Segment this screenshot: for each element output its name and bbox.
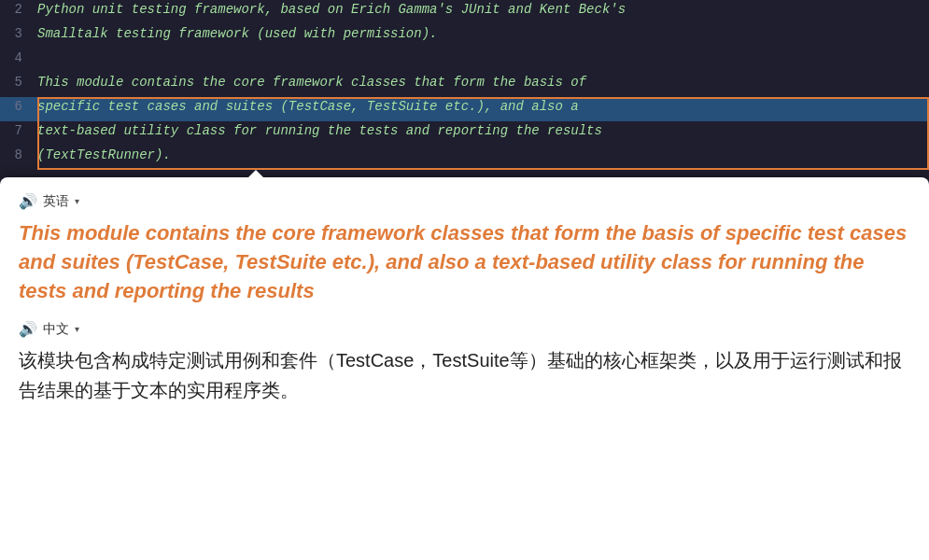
code-line-3: 3 Smalltalk testing framework (used with… (0, 24, 929, 49)
speaker-icon-target[interactable]: 🔊 (19, 320, 37, 338)
line-content-5: This module contains the core framework … (37, 73, 929, 91)
target-language-label[interactable]: 🔊 中文 ▾ (19, 320, 910, 338)
line-content-6: specific test cases and suites (TestCase… (37, 97, 929, 116)
line-number-4: 4 (0, 49, 37, 65)
code-line-7: 7 text-based utility class for running t… (0, 121, 929, 146)
target-lang-text: 中文 (43, 321, 69, 338)
speaker-icon-source[interactable]: 🔊 (19, 192, 37, 210)
code-line-6: 6 specific test cases and suites (TestCa… (0, 97, 929, 121)
tooltip-content: 🔊 英语 ▾ This module contains the core fra… (0, 177, 929, 416)
source-lang-text: 英语 (43, 193, 69, 210)
line-content-7: text-based utility class for running the… (37, 121, 929, 140)
code-line-2: 2 Python unit testing framework, based o… (0, 0, 929, 24)
line-number-5: 5 (0, 73, 37, 90)
code-line-4: 4 (0, 49, 929, 73)
line-number-7: 7 (0, 121, 37, 138)
line-content-3: Smalltalk testing framework (used with p… (37, 24, 929, 43)
line-number-8: 8 (0, 146, 37, 162)
line-number-2: 2 (0, 0, 37, 17)
code-line-8: 8 (TextTestRunner). (0, 146, 929, 170)
line-content-2: Python unit testing framework, based on … (37, 0, 929, 19)
source-language-label[interactable]: 🔊 英语 ▾ (19, 192, 910, 210)
code-line-5: 5 This module contains the core framewor… (0, 73, 929, 97)
english-translation-text: This module contains the core framework … (19, 219, 910, 305)
line-number-6: 6 (0, 97, 37, 114)
line-number-3: 3 (0, 24, 37, 41)
target-lang-dropdown[interactable]: ▾ (75, 324, 79, 334)
tooltip-arrow (243, 170, 269, 183)
line-content-8: (TextTestRunner). (37, 146, 929, 164)
line-content-4 (37, 49, 929, 52)
code-editor: 2 Python unit testing framework, based o… (0, 0, 929, 187)
source-lang-dropdown[interactable]: ▾ (75, 196, 79, 206)
translation-tooltip: 🔊 英语 ▾ This module contains the core fra… (0, 177, 929, 560)
chinese-translation-text: 该模块包含构成特定测试用例和套件（TestCase，TestSuite等）基础的… (19, 345, 910, 405)
